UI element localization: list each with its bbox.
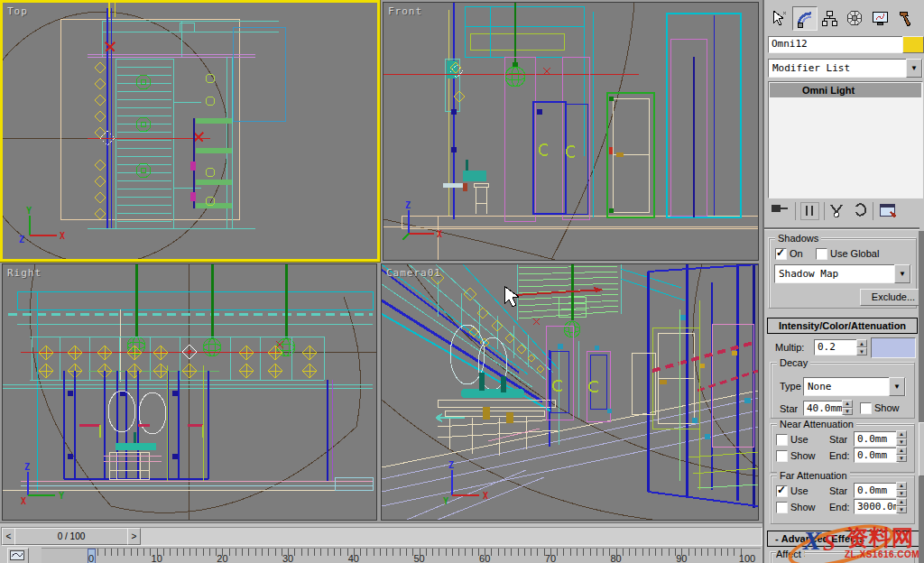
prev-frame-button[interactable]: < [2,528,15,545]
tab-modify[interactable] [792,6,818,31]
viewport-top[interactable]: Top [0,0,380,262]
near-end-spinner[interactable]: ▲▼ [896,447,907,462]
far-start-spinner[interactable]: ▲▼ [896,482,907,497]
trackbar-tick-label: 100 [739,553,755,563]
svg-text:Z: Z [24,462,30,472]
front-axis-gizmo: Z X [402,200,442,240]
mini-curve-editor-icon [8,549,26,562]
decay-show-label: Show [874,402,900,413]
far-show-checkbox[interactable] [776,502,788,513]
trackbar-tick-label: 70 [545,553,556,563]
light-color-swatch[interactable] [871,337,916,358]
show-end-result-icon[interactable] [800,202,818,219]
viewport-camera[interactable]: Camera01 [381,263,759,521]
decay-start-spinner[interactable]: ▲▼ [842,400,853,415]
svg-text:Y: Y [443,496,448,506]
decay-type-dropdown[interactable]: None ▼ [803,377,906,396]
decay-start-label: Star [780,403,798,414]
tab-hierarchy[interactable] [818,6,841,29]
svg-text:X: X [60,231,65,241]
use-global-label: Use Global [830,248,879,259]
near-use-label: Use [790,434,808,445]
trackbar-tick-label: 90 [676,553,687,563]
right-axis-gizmo: Z Y X [21,462,64,506]
viewport-right-label: Right [7,267,42,279]
stack-item-omni-light[interactable]: Omni Light [770,83,921,97]
time-slider-track[interactable]: < 0 / 100 > [1,527,762,546]
shadows-on-checkbox[interactable] [775,248,787,260]
svg-text:Y: Y [26,206,32,216]
far-end-spinner[interactable]: ▲▼ [896,498,907,513]
object-name-field[interactable]: Omni12 [768,36,903,53]
tab-display[interactable] [868,6,892,29]
svg-text:Y: Y [59,491,64,501]
display-monitor-icon [871,9,889,27]
near-end-label: End: [829,450,850,461]
use-global-checkbox[interactable] [816,248,827,260]
svg-text:X: X [483,491,488,501]
multiplier-field[interactable]: 0.2 [814,339,859,355]
viewport-top-label: Top [7,5,28,17]
viewport-right[interactable]: Right [2,263,377,521]
near-start-field[interactable]: 0.0mm [854,431,899,447]
far-start-field[interactable]: 0.0mm [854,483,899,498]
time-slider-handle[interactable]: 0 / 100 [14,528,128,545]
advanced-effects-rollout-header[interactable]: - Advanced Effects [767,531,924,547]
panel-scroll-thumb[interactable] [919,422,924,476]
near-show-label: Show [790,450,816,461]
viewport-front-label: Front [388,5,422,17]
trackbar-tick-label: 10 [152,553,162,563]
pin-stack-icon[interactable] [772,205,788,212]
near-end-field[interactable]: 0.0mm [854,448,899,463]
far-show-label: Show [790,502,816,512]
right-viewport-wireframe: Z Y X [3,264,376,520]
modify-rainbow-icon [796,10,814,28]
tab-motion[interactable] [843,6,866,29]
svg-text:Z: Z [405,200,411,210]
shadows-on-label: On [790,248,803,259]
decay-type-label: Type [780,381,801,392]
hierarchy-icon [820,9,838,27]
motion-wheel-icon [845,9,864,27]
far-end-field[interactable]: 3000.0mm [854,499,899,514]
decay-start-field[interactable]: 40.0mm [803,401,845,416]
make-unique-icon[interactable] [831,205,842,217]
trackbar-tick-label: 60 [479,553,490,563]
configure-modifier-sets-icon[interactable] [880,204,895,217]
tab-create[interactable] [767,6,790,29]
multiplier-label: Multip: [775,342,813,353]
svg-text:X: X [437,229,442,239]
dropdown-arrow-icon[interactable]: ▼ [889,377,905,396]
decay-show-checkbox[interactable] [860,402,872,414]
stack-toolbar [766,200,924,222]
panel-scrollbar[interactable] [919,231,924,563]
multiplier-spinner[interactable]: ▲▼ [856,339,867,355]
exclude-button[interactable]: Exclude... [860,289,924,306]
near-show-checkbox[interactable] [776,450,788,462]
far-use-label: Use [790,485,808,496]
camera-viewport-wireframe: Z X Y [382,264,758,520]
dropdown-arrow-icon[interactable]: ▼ [906,59,922,78]
bottom-bar: < 0 / 100 > 0102030405060708090100 [0,522,762,563]
trackbar-tick-label: 0 [88,553,94,563]
track-bar[interactable]: 0102030405060708090100 [42,548,761,563]
mini-curve-editor-button[interactable] [7,548,29,563]
near-use-checkbox[interactable] [776,434,788,446]
viewport-front[interactable]: Front [383,2,759,261]
front-viewport-wireframe: Z X [383,3,758,260]
next-frame-button[interactable]: > [127,528,141,545]
remove-modifier-icon[interactable] [856,204,866,216]
intensity-rollout-header[interactable]: Intensity/Color/Attenuation [767,318,918,334]
near-start-spinner[interactable]: ▲▼ [896,430,907,446]
far-use-checkbox[interactable] [776,485,788,497]
dropdown-arrow-icon[interactable]: ▼ [894,264,910,283]
object-color-swatch[interactable] [902,36,924,53]
tab-utilities[interactable] [893,6,917,29]
trackbar-tick-label: 50 [413,553,424,563]
panel-divider [764,227,919,230]
viewport-area: Top [0,0,762,522]
shadow-type-dropdown[interactable]: Shadow Map ▼ [774,264,911,283]
modifier-stack-list[interactable]: Omni Light [768,81,923,198]
near-start-label: Star [829,434,847,445]
modifier-list-dropdown[interactable]: Modifier List ▼ [768,59,923,78]
